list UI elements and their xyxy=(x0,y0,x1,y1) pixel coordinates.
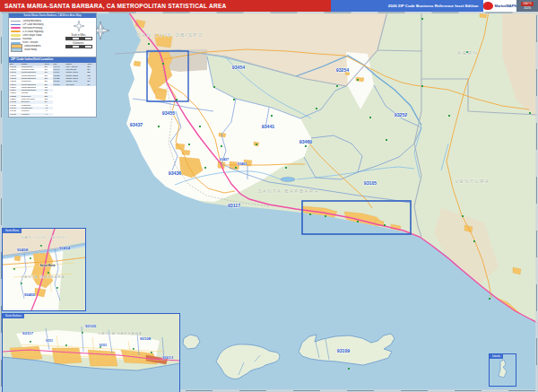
zip2-label: 93108 xyxy=(140,336,152,341)
zip2-label: 93013 xyxy=(162,355,174,360)
legend-item-label: Other Major Road xyxy=(22,34,63,37)
zip-label: 93437 xyxy=(130,122,143,127)
legend-item-label: Railroad xyxy=(22,38,63,40)
lake-cachuma xyxy=(281,178,295,182)
inset-islands: Islands xyxy=(489,353,516,387)
zip-index-table-left: ZIPNameGrid93013CarpinteriaE693067Summer… xyxy=(9,63,53,116)
zip2-label: 93458 xyxy=(17,248,29,252)
inset1-map: SAN LUIS OBISPO9345893454SANTA BARBARA93… xyxy=(3,229,85,310)
legend-item: Water Body xyxy=(11,48,63,52)
legend-item-label: County Boundary xyxy=(22,20,63,22)
legend-swatch xyxy=(11,39,21,39)
inset-santa-barbara: Santa Barbara 9310593117SANTA BARBARA931… xyxy=(2,313,180,392)
zip-label: 93460 xyxy=(299,139,313,144)
zip-label: 93109 xyxy=(337,348,351,353)
county-label: KERN xyxy=(458,50,479,56)
legend-item-label: Water Body xyxy=(24,48,63,51)
index-row: 93437LompocA4 xyxy=(9,113,53,116)
edition-stamp: MAPS 2026 xyxy=(516,0,538,12)
inset1-title: Santa Maria xyxy=(3,229,22,233)
zip2-label: 93105 xyxy=(85,324,97,328)
index-row: 93463SolvangB4 xyxy=(53,83,97,86)
legend-item-label: ZIP Code Boundary xyxy=(22,23,63,26)
inset2-title: Santa Barbara xyxy=(3,314,24,318)
inset3-map xyxy=(490,354,516,386)
county-label: SANTA BARBARA xyxy=(258,188,320,194)
edition-label: 2026 ZIP Code Business Reference Inset E… xyxy=(331,0,483,12)
zip-index-table-right: ZIPNameGrid93440Los AlamosB393441Los Oli… xyxy=(53,63,97,86)
legend-items: County BoundaryZIP Code BoundaryIntersta… xyxy=(11,19,63,57)
map-title: SANTA MARIA-SANTA BARBARA, CA METROPOLIT… xyxy=(0,0,331,12)
logo-icon xyxy=(483,2,493,10)
zip-label: 93454 xyxy=(232,65,246,70)
zip-label: 93441 xyxy=(262,124,275,129)
zip3-label: 93101 xyxy=(100,344,108,347)
inset2-map: 9310593117SANTA BARBARA93108930139311193… xyxy=(3,314,179,392)
inset3-title: Islands xyxy=(490,354,503,359)
zip-label: 93463 xyxy=(238,162,247,166)
map-page: { "header": { "title": "SANTA MARIA-SANT… xyxy=(0,0,538,392)
legend-item-label: Urbanized Area xyxy=(24,45,63,48)
legend-compass-icon xyxy=(73,20,85,32)
legend-swatch xyxy=(11,34,21,36)
legend-item-label: U.S./State Highway xyxy=(22,30,63,33)
zip2-label: 93455 xyxy=(24,292,36,297)
zip-label: 93436 xyxy=(169,170,182,176)
legend: Santa Maria-Santa Barbara, CA Metro Area… xyxy=(8,13,97,58)
zip-label: 93105 xyxy=(364,180,377,186)
county-label: VENTURA xyxy=(456,179,490,184)
legend-swatch xyxy=(11,48,22,52)
zip-label: 93254 xyxy=(336,67,350,73)
header-bar: SANTA MARIA-SANTA BARBARA, CA METROPOLIT… xyxy=(0,0,538,12)
legend-swatch xyxy=(11,21,21,22)
county-label: SAN LUIS OBISPO xyxy=(137,32,204,38)
legend-scale: Scale in Miles Kilometers xyxy=(63,19,94,57)
legend-item-label: Interstate/Freeway xyxy=(22,27,63,30)
zip2-label: 93454 xyxy=(59,246,71,250)
inset-santa-maria: Santa Maria SAN LUIS OBISPO9345893454SAN… xyxy=(2,228,86,311)
legend-swatch xyxy=(11,30,21,32)
zip3-label: 93111 xyxy=(46,339,53,343)
zip-label: 93117 xyxy=(228,203,240,208)
legend-swatch xyxy=(11,24,21,25)
city-label: Santa Maria xyxy=(40,264,56,267)
county2-label: SANTA BARBARA xyxy=(21,274,65,279)
scale-km-bar xyxy=(65,45,92,48)
county2-label: SAN LUIS OBISPO xyxy=(21,235,68,240)
zip-label: 93252 xyxy=(395,112,408,118)
publisher-logo: MarketMAPS xyxy=(483,0,516,12)
legend-item-label: River / Stream xyxy=(22,41,63,44)
zip-index-panel: ZIP Code Index/Grid Location ZIPNameGrid… xyxy=(8,57,97,118)
county2-label: SANTA BARBARA xyxy=(98,331,142,335)
scale-miles-bar xyxy=(65,37,92,40)
zip-label: 93427 xyxy=(220,158,229,161)
legend-swatch xyxy=(11,27,21,29)
zip-label: 93455 xyxy=(162,110,176,116)
zip2-label: 93117 xyxy=(22,331,34,335)
